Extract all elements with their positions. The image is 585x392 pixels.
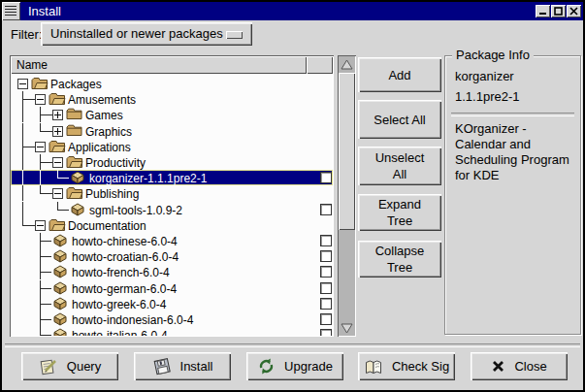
- check-sig-button[interactable]: Check Sig: [358, 352, 455, 380]
- tree-guide-line: [22, 154, 23, 170]
- expand-plus-icon[interactable]: [52, 126, 63, 137]
- tree-row-Packages[interactable]: Packages: [11, 76, 333, 91]
- tree-connector-line: [57, 178, 69, 179]
- bottom-separator: [5, 343, 580, 347]
- scroll-up-arrow[interactable]: [339, 56, 355, 72]
- tree-connector-line: [40, 193, 52, 194]
- tree-row-label: Games: [85, 109, 123, 122]
- add-button[interactable]: Add: [358, 57, 441, 92]
- package-info-separator: [451, 113, 574, 116]
- tree-guide-line: [22, 123, 23, 139]
- window-title: Install: [28, 4, 61, 18]
- tree-connector-line: [40, 131, 52, 132]
- tree-row-howto-croatian-6.0-4[interactable]: howto-croatian-6.0-4: [11, 248, 333, 264]
- tree-row-label: howto-german-6.0-4: [72, 282, 177, 296]
- maximize-button[interactable]: [551, 5, 566, 17]
- package-checkbox[interactable]: [320, 172, 332, 183]
- tree-connector-line: [40, 241, 51, 242]
- install-button[interactable]: Install: [134, 352, 231, 380]
- tree-row-howto-italian-6.0-4[interactable]: howto-italian-6.0-4: [11, 327, 333, 336]
- tree-connector-line: [22, 99, 35, 100]
- expand-tree-button[interactable]: Expand Tree: [358, 194, 441, 231]
- tree-guide-line: [22, 107, 23, 122]
- tree-row-korganizer-1.1.1pre2-1[interactable]: korganizer-1.1.1pre2-1: [11, 170, 333, 185]
- tree-row-label: howto-french-6.0-4: [72, 266, 170, 279]
- column-header-label: Name: [16, 58, 48, 72]
- filter-dropdown-value: Uninstalled or newer packages: [50, 26, 223, 41]
- tree-row-label: howto-italian-6.0-4: [72, 329, 168, 336]
- tree-row-label: sgml-tools-1.0.9-2: [89, 204, 182, 217]
- button-label: Query: [67, 359, 101, 374]
- upgrade-icon: [257, 357, 276, 376]
- collapse-minus-icon[interactable]: [35, 220, 46, 231]
- tree-row-Amusements[interactable]: Amusements: [11, 91, 333, 107]
- package-info-title: Package Info: [452, 48, 534, 62]
- collapse-tree-button[interactable]: Collapse Tree: [358, 241, 441, 278]
- tree-row-howto-chinese-6.0-4[interactable]: howto-chinese-6.0-4: [11, 233, 333, 248]
- upgrade-button[interactable]: Upgrade: [246, 352, 343, 380]
- tree-connector-line: [22, 147, 35, 147]
- tree-row-Publishing[interactable]: Publishing: [11, 185, 333, 201]
- tree-row-Productivity[interactable]: Productivity: [11, 154, 333, 170]
- package-checkbox[interactable]: [320, 298, 332, 310]
- tree-row-label: Productivity: [85, 156, 146, 170]
- button-label: Install: [180, 359, 213, 374]
- close-icon: [569, 7, 578, 16]
- package-checkbox[interactable]: [320, 282, 332, 294]
- close-button[interactable]: Close: [471, 352, 568, 380]
- collapse-minus-icon[interactable]: [35, 94, 46, 105]
- collapse-minus-icon[interactable]: [35, 142, 46, 152]
- tree-row-howto-indonesian-6.0-4[interactable]: howto-indonesian-6.0-4: [11, 311, 333, 327]
- window-menu-button[interactable]: [2, 2, 20, 20]
- button-label: Unselect All: [370, 149, 430, 182]
- package-checkbox[interactable]: [320, 266, 332, 278]
- scrollbar-thumb[interactable]: [339, 73, 355, 230]
- tree-row-Documentation[interactable]: Documentation: [11, 217, 333, 233]
- tree-connector-line: [40, 256, 51, 257]
- tree-row-label: Documentation: [68, 219, 146, 233]
- filter-label: Filter:: [11, 27, 43, 42]
- button-label: Select All: [370, 112, 430, 128]
- package-icon: [53, 328, 67, 336]
- package-checkbox[interactable]: [320, 250, 332, 262]
- check-sig-icon: [364, 358, 383, 376]
- tree-row-howto-french-6.0-4[interactable]: howto-french-6.0-4: [11, 264, 333, 279]
- install-icon: [152, 357, 172, 376]
- package-checkbox[interactable]: [320, 313, 332, 325]
- tree-connector-line: [40, 288, 51, 289]
- query-button[interactable]: Query: [21, 352, 118, 380]
- package-info-panel: Package Info korganizer 1.1.1pre2-1 KOrg…: [444, 55, 581, 335]
- button-label: Close: [514, 359, 546, 374]
- dropdown-grip-icon: [226, 31, 243, 39]
- tree-guide-line: [40, 170, 41, 185]
- unselect-all-button[interactable]: Unselect All: [358, 147, 441, 185]
- collapse-minus-icon[interactable]: [52, 188, 63, 199]
- tree-row-Graphics[interactable]: Graphics: [11, 123, 333, 139]
- titlebar[interactable]: Install: [2, 2, 583, 20]
- tree-row-sgml-tools-1.0.9-2[interactable]: sgml-tools-1.0.9-2: [11, 202, 333, 217]
- filter-dropdown[interactable]: Uninstalled or newer packages: [41, 22, 252, 46]
- tree-connector-line: [57, 210, 69, 211]
- select-all-button[interactable]: Select All: [358, 100, 441, 139]
- tree-row-howto-greek-6.0-4[interactable]: howto-greek-6.0-4: [11, 296, 333, 311]
- minimize-icon: [538, 7, 547, 16]
- column-header-stub[interactable]: [307, 56, 333, 74]
- expand-plus-icon[interactable]: [52, 110, 63, 120]
- tree-connector-line: [40, 319, 51, 320]
- tree-row-Applications[interactable]: Applications: [11, 139, 333, 154]
- package-checkbox[interactable]: [320, 329, 332, 336]
- collapse-minus-icon[interactable]: [17, 79, 28, 89]
- tree-connector-line: [40, 304, 51, 305]
- collapse-minus-icon[interactable]: [52, 157, 63, 168]
- tree-scrollbar[interactable]: [338, 55, 356, 337]
- package-checkbox[interactable]: [320, 204, 332, 215]
- column-header-name[interactable]: Name: [11, 56, 307, 74]
- package-checkbox[interactable]: [320, 235, 332, 246]
- tree-row-howto-german-6.0-4[interactable]: howto-german-6.0-4: [11, 280, 333, 296]
- tree-row-label: Graphics: [85, 125, 132, 139]
- close-button[interactable]: [567, 5, 581, 17]
- scroll-down-arrow[interactable]: [339, 320, 355, 336]
- package-name: korganizer: [455, 69, 514, 83]
- tree-row-Games[interactable]: Games: [11, 107, 333, 122]
- minimize-button[interactable]: [536, 5, 550, 17]
